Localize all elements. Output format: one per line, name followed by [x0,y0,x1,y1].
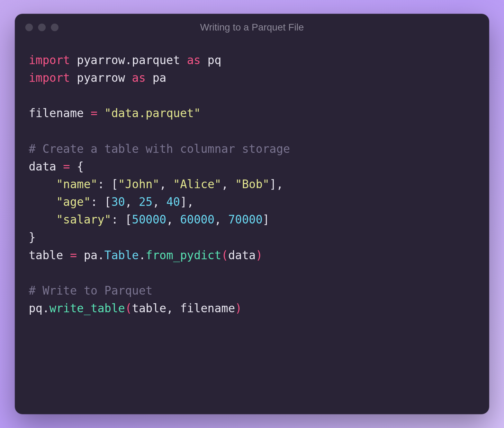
bracket-open: [ [125,213,132,226]
keyword-import: import [29,53,70,67]
dot: . [139,248,146,262]
dot: . [98,248,105,262]
class-name: Table [105,248,139,262]
comment: # Create a table with columnar storage [29,142,290,156]
number-literal: 70000 [228,213,262,226]
close-icon[interactable] [25,24,33,31]
indent [29,195,56,209]
variable: data [29,160,56,173]
brace-close: } [29,230,36,244]
keyword-import: import [29,71,70,85]
bracket-open: [ [105,195,111,209]
string-literal: "Alice" [173,177,221,191]
object: pa [84,248,98,262]
colon: : [111,213,118,226]
module-name: pyarrow.parquet [77,53,180,67]
bracket-close: ] [180,195,187,209]
number-literal: 60000 [180,213,214,226]
alias: pq [208,53,222,67]
comma: , [221,177,228,191]
string-literal: "Bob" [235,177,269,191]
comma: , [166,302,173,315]
comma: , [166,213,173,226]
dict-key: "name" [56,177,97,191]
string-literal: "data.parquet" [105,106,201,120]
zoom-icon[interactable] [51,24,58,31]
number-literal: 30 [111,195,125,209]
number-literal: 25 [139,195,153,209]
colon: : [91,195,98,209]
bracket-open: [ [111,177,118,191]
argument: data [228,248,255,262]
object: pq [29,302,43,315]
bracket-close: ] [269,177,276,191]
number-literal: 50000 [132,213,166,226]
bracket-close: ] [263,213,270,226]
dict-key: "salary" [56,213,111,226]
operator-eq: = [63,160,70,173]
number-literal: 40 [166,195,180,209]
comma: , [276,177,283,191]
paren-open: ( [125,302,132,315]
comma: , [215,213,222,226]
operator-eq: = [70,248,77,262]
indent [29,177,56,191]
brace-open: { [77,160,84,173]
string-literal: "John" [118,177,159,191]
titlebar: Writing to a Parquet File [15,14,489,41]
method-name: from_pydict [146,248,222,262]
traffic-lights [25,24,58,31]
paren-close: ) [256,248,263,262]
dict-key: "age" [56,195,90,209]
comma: , [160,177,166,191]
dot: . [43,302,50,315]
keyword-as: as [132,71,146,85]
comma: , [187,195,194,209]
alias: pa [153,71,166,85]
code-window: Writing to a Parquet File import pyarrow… [15,14,489,414]
colon: : [98,177,105,191]
comment: # Write to Parquet [29,284,153,297]
indent [29,213,56,226]
operator-eq: = [91,106,98,120]
paren-close: ) [235,302,242,315]
method-name: write_table [50,302,125,315]
variable: table [29,248,63,262]
module-name: pyarrow [77,71,125,85]
paren-open: ( [221,248,228,262]
window-title: Writing to a Parquet File [15,22,489,33]
argument: table [132,302,166,315]
comma: , [125,195,132,209]
minimize-icon[interactable] [38,24,46,31]
code-block: import pyarrow.parquet as pq import pyar… [15,41,489,414]
variable: filename [29,106,84,120]
comma: , [153,195,160,209]
keyword-as: as [187,53,201,67]
argument: filename [180,302,235,315]
